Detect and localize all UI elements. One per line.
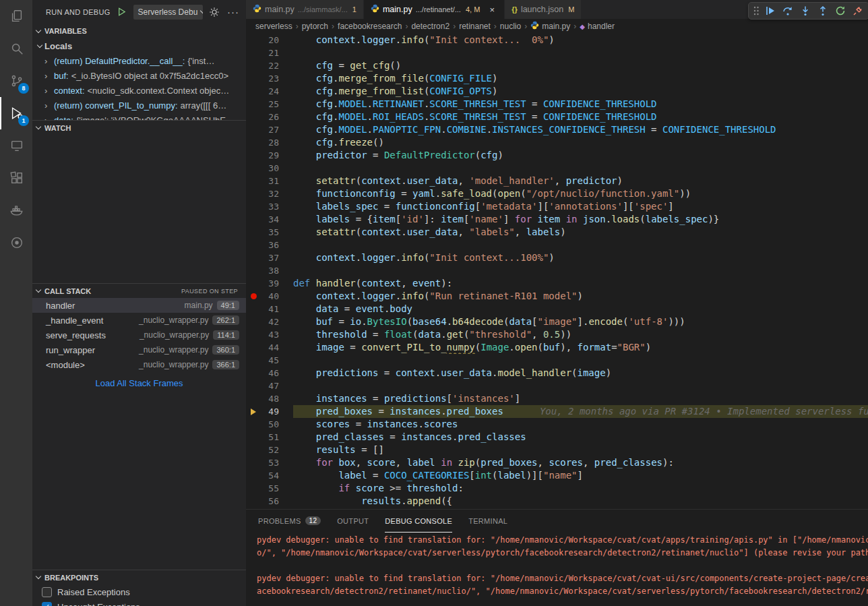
breadcrumb-item[interactable]: serverless xyxy=(255,22,292,31)
code-text[interactable] xyxy=(293,239,868,251)
code-line[interactable]: 52 results = [] xyxy=(246,444,868,456)
variable-item[interactable]: ›data: {'image': 'iVBORw0KGgoAAAANSUhE… xyxy=(32,113,246,120)
more-actions-icon[interactable]: ··· xyxy=(226,5,241,20)
panel-tab-debug-console[interactable]: DEBUG CONSOLE xyxy=(385,510,452,533)
gutter[interactable]: 42 xyxy=(246,315,293,328)
code-line[interactable]: 37 context.logger.info("Init context...1… xyxy=(246,251,868,264)
run-and-debug-icon[interactable]: 1 xyxy=(0,97,32,129)
code-line[interactable]: 23 cfg.merge_from_file(CONFIG_FILE) xyxy=(246,72,868,85)
gutter[interactable]: 27 xyxy=(246,123,293,136)
current-line-arrow-icon[interactable] xyxy=(248,407,259,417)
code-text[interactable]: functionconfig = yaml.safe_load(open("/o… xyxy=(293,187,868,200)
variable-item[interactable]: ›context: <nuclio_sdk.context.Context ob… xyxy=(32,83,246,98)
code-text[interactable] xyxy=(293,380,868,392)
editor-tab[interactable]: {}launch.jsonM xyxy=(505,0,582,19)
gutter-decoration[interactable] xyxy=(248,241,259,250)
step-out-button[interactable] xyxy=(815,3,831,19)
code-line[interactable]: 55 if score >= threshold: xyxy=(246,482,868,495)
gutter[interactable]: 37 xyxy=(246,251,293,264)
code-line[interactable]: 42 buf = io.BytesIO(base64.b64decode(dat… xyxy=(246,315,868,328)
gutter[interactable]: 20 xyxy=(246,34,293,47)
code-line[interactable]: 43 threshold = float(data.get("threshold… xyxy=(246,328,868,341)
gutter[interactable]: 35 xyxy=(246,226,293,239)
gutter[interactable]: 43 xyxy=(246,328,293,341)
gutter[interactable]: 47 xyxy=(246,380,293,392)
docker-icon[interactable] xyxy=(0,194,32,226)
gutter-decoration[interactable] xyxy=(248,279,259,289)
breakpoints-section-header[interactable]: BREAKPOINTS xyxy=(32,570,246,584)
panel-tab-terminal[interactable]: TERMINAL xyxy=(468,510,507,533)
close-icon[interactable]: × xyxy=(487,5,497,15)
gutter-decoration[interactable] xyxy=(248,36,259,45)
code-text[interactable]: cfg.MODEL.ROI_HEADS.SCORE_THRESH_TEST = … xyxy=(293,111,868,123)
gutter-decoration[interactable] xyxy=(248,138,259,148)
editor-tab[interactable]: main.py.../retinanet/...4, M× xyxy=(364,0,505,19)
call-stack-section-header[interactable]: CALL STACK PAUSED ON STEP xyxy=(32,283,246,298)
gutter-decoration[interactable] xyxy=(248,202,259,212)
gutter-decoration[interactable] xyxy=(248,189,259,199)
code-text[interactable]: cfg.merge_from_list(CONFIG_OPTS) xyxy=(293,85,868,98)
disconnect-button[interactable] xyxy=(850,3,866,19)
breadcrumb-item[interactable]: facebookresearch xyxy=(338,22,402,31)
variable-item[interactable]: ›(return) convert_PIL_to_numpy: array([[… xyxy=(32,98,246,113)
variables-scope-locals[interactable]: Locals xyxy=(32,38,246,53)
gutter[interactable]: 49 xyxy=(246,405,293,418)
gutter[interactable]: 39 xyxy=(246,277,293,290)
code-line[interactable]: 51 pred_classes = instances.pred_classes xyxy=(246,431,868,444)
gutter[interactable]: 25 xyxy=(246,98,293,111)
gutter[interactable]: 38 xyxy=(246,264,293,277)
console-line[interactable]: o/", "/home/nmanovic/Workspace/cvat/serv… xyxy=(257,547,868,559)
gutter-decoration[interactable] xyxy=(248,164,259,173)
gutter[interactable]: 48 xyxy=(246,392,293,405)
step-into-button[interactable] xyxy=(797,3,813,19)
gutter[interactable]: 55 xyxy=(246,482,293,495)
breakpoint-checkbox[interactable]: ✓ xyxy=(42,602,52,606)
gutter[interactable]: 30 xyxy=(246,162,293,175)
gutter[interactable]: 51 xyxy=(246,431,293,444)
code-text[interactable] xyxy=(293,162,868,175)
code-text[interactable]: results = [] xyxy=(293,444,868,456)
console-line[interactable]: pydev debugger: unable to find translati… xyxy=(257,534,868,547)
gear-icon[interactable] xyxy=(207,5,222,20)
gutter[interactable]: 29 xyxy=(246,149,293,162)
console-line[interactable]: acebookresearch/detectron2/retinanet/nuc… xyxy=(257,585,868,598)
gutter-decoration[interactable] xyxy=(248,74,259,84)
code-line[interactable]: 32 functionconfig = yaml.safe_load(open(… xyxy=(246,187,868,200)
code-line[interactable]: 38 xyxy=(246,264,868,277)
gutter-decoration[interactable] xyxy=(248,330,259,340)
debug-config-dropdown[interactable]: Serverless Debu xyxy=(133,5,203,20)
console-line[interactable] xyxy=(257,559,868,572)
code-text[interactable]: predictions = context.user_data.model_ha… xyxy=(293,367,868,380)
code-line[interactable]: 48 instances = predictions['instances'] xyxy=(246,392,868,405)
gutter-decoration[interactable] xyxy=(248,446,259,455)
code-line[interactable]: 25 cfg.MODEL.RETINANET.SCORE_THRESH_TEST… xyxy=(246,98,868,111)
code-line[interactable]: 26 cfg.MODEL.ROI_HEADS.SCORE_THRESH_TEST… xyxy=(246,111,868,123)
code-text[interactable]: pred_boxes = instances.pred_boxesYou, 2 … xyxy=(293,405,868,418)
stack-frame[interactable]: <module>_nuclio_wrapper.py366:1 xyxy=(32,357,246,372)
code-text[interactable]: cfg.freeze() xyxy=(293,136,868,149)
gutter[interactable]: 21 xyxy=(246,47,293,59)
gutter[interactable]: 36 xyxy=(246,239,293,251)
stack-frame[interactable]: run_wrapper_nuclio_wrapper.py360:1 xyxy=(32,342,246,357)
code-text[interactable]: cfg.MODEL.RETINANET.SCORE_THRESH_TEST = … xyxy=(293,98,868,111)
gutter[interactable]: 31 xyxy=(246,175,293,187)
gutter-decoration[interactable] xyxy=(248,458,259,468)
gutter[interactable]: 45 xyxy=(246,354,293,367)
code-line[interactable]: 27 cfg.MODEL.PANOPTIC_FPN.COMBINE.INSTAN… xyxy=(246,123,868,136)
breadcrumb-item[interactable]: nuclio xyxy=(500,22,521,31)
gutter-decoration[interactable] xyxy=(248,305,259,314)
code-text[interactable]: pred_classes = instances.pred_classes xyxy=(293,431,868,444)
gutter-decoration[interactable] xyxy=(248,471,259,481)
gutter[interactable]: 28 xyxy=(246,136,293,149)
code-text[interactable]: cfg.merge_from_file(CONFIG_FILE) xyxy=(293,72,868,85)
gutter-decoration[interactable] xyxy=(248,253,259,263)
gutter-decoration[interactable] xyxy=(248,228,259,237)
breadcrumb-item[interactable]: main.py xyxy=(530,21,570,32)
code-text[interactable]: context.logger.info("Init context...100%… xyxy=(293,251,868,264)
code-text[interactable] xyxy=(293,47,868,59)
code-line[interactable]: 50 scores = instances.scores xyxy=(246,418,868,431)
gutter[interactable]: 56 xyxy=(246,495,293,508)
code-text[interactable]: labels = {item['id']: item['name'] for i… xyxy=(293,213,868,226)
step-over-button[interactable] xyxy=(780,3,796,19)
remote-explorer-icon[interactable] xyxy=(0,129,32,162)
